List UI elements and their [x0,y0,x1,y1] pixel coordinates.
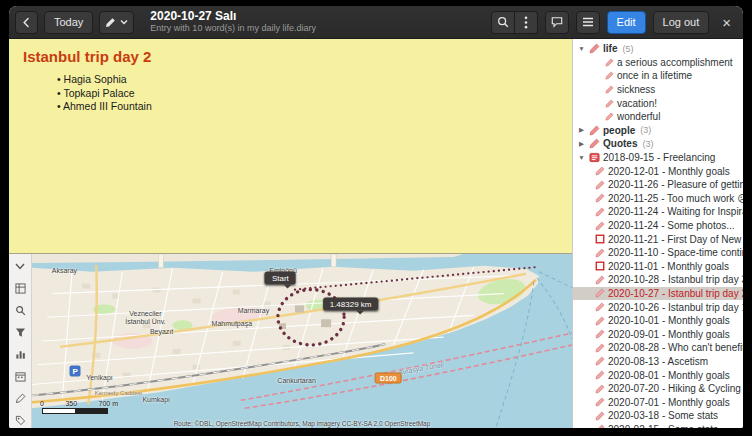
entry-row[interactable]: 2020-10-01 - Monthly goals [573,314,743,328]
sidebar-subtag[interactable]: once in a lifetime [573,69,743,83]
collapse-chevron-icon[interactable] [12,259,28,274]
entry-editor[interactable]: Istanbul trip day 2 Hagia SophiaTopkapi … [9,39,572,253]
entry-label: 2020-11-24 - Some photos... [608,220,735,231]
expander-closed-icon[interactable]: ▶ [577,126,586,134]
edit-button[interactable]: Edit [607,11,646,34]
scale-end: 700 m [99,400,118,407]
map-canvas[interactable]: Eminönü Aksaray Vezneciler İstanbul Ünv.… [32,254,572,428]
entry-row[interactable]: 2020-10-28 - Istanbul trip day 3 [573,273,743,287]
entry-pencil-icon [595,424,605,428]
entry-row[interactable]: 2020-08-13 - Ascetism [573,355,743,369]
bar-chart-icon[interactable] [12,347,28,362]
search-icon[interactable] [12,303,28,318]
map-label: Vezneciler İstanbul Ünv. [125,310,165,326]
expander-open-icon[interactable]: ▼ [577,45,586,52]
search-button[interactable] [491,11,515,34]
entry-row[interactable]: 2020-11-01 - Monthly goals [573,260,743,274]
entry-row[interactable]: 2020-08-01 - Monthly goals [573,368,743,382]
entry-row[interactable]: 2020-09-01 - Monthly goals [573,327,743,341]
entry-row[interactable]: 2020-07-20 - Hiking & Cycling [573,382,743,396]
logout-button[interactable]: Log out [653,11,710,34]
sidebar-subtag[interactable]: vacation! [573,96,743,110]
entry-pencil-icon [595,329,605,339]
kebab-menu-button[interactable] [515,11,538,34]
entry-pencil-icon [595,302,605,312]
diary-icon [589,152,600,163]
entry-bullet-list: Hagia SophiaTopkapi PalaceAhmed III Foun… [23,73,558,114]
map-label: Kumkapı [142,396,170,404]
map-attribution: Route: ©DBL, OpenStreetMap Contributors,… [32,420,572,427]
chat-icon [551,16,563,28]
entry-pencil-icon [595,370,605,380]
entry-pencil-icon [595,288,605,298]
dropdown-arrow-icon [120,19,128,25]
map-toolbar [9,254,32,428]
expander-open-icon[interactable]: ▼ [577,154,586,161]
entry-label: 2020-10-01 - Monthly goals [608,315,730,326]
titlebar-title-block: 2020-10-27 Salı Entry with 10 word(s) in… [150,10,316,33]
entry-row[interactable]: 2020-08-28 - Who can't benefit from ... [573,341,743,355]
tag-pencil-icon [589,125,600,136]
hamburger-menu-icon [582,17,594,27]
entry-row[interactable]: 2020-10-26 - Istanbul trip day 1 [573,300,743,314]
tag-pencil-icon [605,99,614,108]
chat-button[interactable] [545,11,569,34]
sidebar-subtag[interactable]: a serious accomplishment [573,56,743,70]
entry-pencil-icon [595,384,605,394]
entry-row[interactable]: 2020-11-25 - Too much work ☹ [573,192,743,206]
sidebar-tag-life[interactable]: ▼ life (5) [573,42,743,56]
pencil-icon [105,17,116,28]
window-title: 2020-10-27 Salı [150,10,316,23]
sidebar-tag-people[interactable]: ▶ people (3) [573,124,743,138]
subtag-label: wonderful [617,111,660,122]
entry-row[interactable]: 2020-07-01 - Monthly goals [573,395,743,409]
entry-label: 2020-11-24 - Waiting for Inspiration... [608,206,743,217]
entry-label: 2020-08-13 - Ascetism [608,356,708,367]
filter-icon[interactable] [12,325,28,340]
entry-row[interactable]: 2020-11-24 - Some photos... [573,219,743,233]
entry-row[interactable]: 2020-10-27 - Istanbul trip day 2 [573,287,743,301]
sidebar-diary-node[interactable]: ▼ 2018-09-15 - Freelancing [573,151,743,165]
table-icon[interactable] [12,281,28,296]
entry-edit-dropdown-button[interactable] [99,11,134,34]
entry-label: 2020-07-20 - Hiking & Cycling [608,383,741,394]
scale-zero: 0 [40,400,44,407]
close-button[interactable]: × [716,14,737,31]
entry-row[interactable]: 2020-11-21 - First Day of New Covid R... [573,232,743,246]
expander-closed-icon[interactable]: ▶ [577,140,586,148]
entry-label: 2020-11-10 - Space-time continuum [608,247,743,258]
entry-row[interactable]: 2020-11-26 - Pleasure of getting exac... [573,178,743,192]
entry-row[interactable]: 2020-11-10 - Space-time continuum [573,246,743,260]
tag-pencil-icon [605,71,614,80]
entry-pencil-icon [595,221,605,231]
entry-row[interactable]: 2020-02-15 - Some stats [573,423,743,428]
tag-icon[interactable] [12,413,28,428]
tag-pencil-icon [605,85,614,94]
entry-label: 2020-02-15 - Some stats [608,424,718,428]
parking-icon: P [70,365,81,376]
map-label: Beyazıt [150,328,173,336]
tag-life-children: a serious accomplishmentonce in a lifeti… [573,56,743,124]
tag-pencil-icon [605,58,614,67]
entry-pencil-icon [595,411,605,421]
map-label: Kennedy Caddesi [95,390,142,397]
kebab-menu-icon [524,16,528,29]
map-label: Yenikapı [86,374,113,382]
tag-count: (3) [640,125,651,135]
sidebar-tag-quotes[interactable]: ▶ Quotes (3) [573,137,743,151]
map-label: Marmaray [238,307,270,315]
sidebar-subtag[interactable]: sickness [573,83,743,97]
hamburger-menu-button[interactable] [576,11,600,34]
entry-row[interactable]: 2020-12-01 - Monthly goals [573,164,743,178]
today-button[interactable]: Today [44,11,93,34]
entry-row[interactable]: 2020-03-18 - Some stats [573,409,743,423]
entry-row[interactable]: 2020-11-24 - Waiting for Inspiration... [573,205,743,219]
brush-icon[interactable] [12,391,28,406]
entry-label: 2020-03-18 - Some stats [608,410,718,421]
calendar-icon[interactable] [12,369,28,384]
bullet-item: Ahmed III Fountain [57,100,558,114]
back-button[interactable] [15,11,38,34]
sidebar-subtag[interactable]: wonderful [573,110,743,124]
road-ref-badge: D100 [375,372,402,383]
window-subtitle: Entry with 10 word(s) in my daily life.d… [150,24,316,33]
